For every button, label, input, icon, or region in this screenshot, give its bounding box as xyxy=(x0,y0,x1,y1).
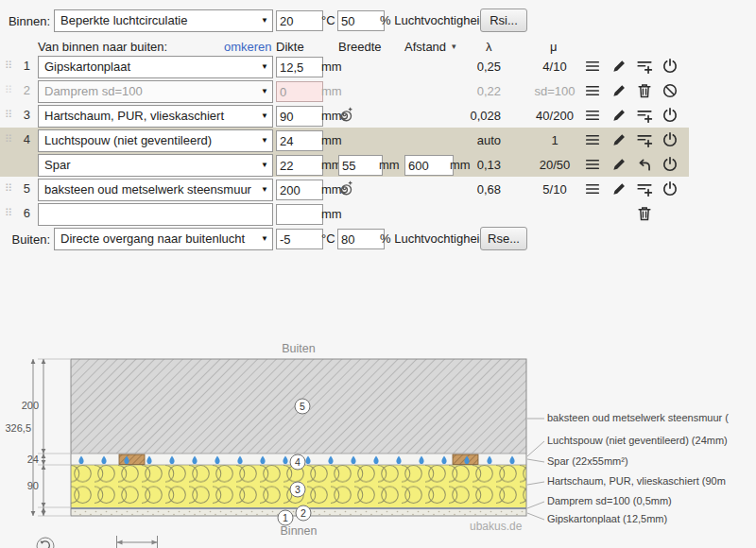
layer-number: 4 xyxy=(13,132,30,146)
edit-icon[interactable] xyxy=(610,180,627,197)
mu-header: μ xyxy=(550,40,558,54)
outdoor-climate-select[interactable]: Directe overgang naar buitenlucht ▼ xyxy=(54,228,273,250)
thickness-input[interactable] xyxy=(276,106,323,127)
layer-row: ⠿ 3 Hartschaum, PUR, vlieskaschiert ▼ mm… xyxy=(0,103,756,128)
edit-icon[interactable] xyxy=(610,156,627,173)
indoor-climate-select[interactable]: Beperkte luchtcirculatie ▼ xyxy=(54,9,273,32)
drag-handle-icon[interactable]: ⠿ xyxy=(5,108,12,121)
diagram-bottom-label: Binnen xyxy=(281,524,318,538)
menu-icon[interactable] xyxy=(584,58,601,75)
layer-number: 3 xyxy=(13,108,30,122)
edit-icon[interactable] xyxy=(610,107,627,124)
reset-view-icon[interactable] xyxy=(37,538,54,548)
unit-label: mm xyxy=(321,84,342,98)
indoor-row: Binnen: Beperkte luchtcirculatie ▼ °C % … xyxy=(0,8,756,34)
layer-number: 6 xyxy=(13,206,30,220)
distance-header[interactable]: Afstand xyxy=(404,40,446,54)
table-header: Van binnen naar buiten: omkeren Dikte Br… xyxy=(0,40,756,55)
power-icon[interactable] xyxy=(662,107,679,124)
reverse-link[interactable]: omkeren xyxy=(224,40,272,54)
undo-icon[interactable] xyxy=(636,156,653,173)
thickness-input[interactable] xyxy=(276,130,323,151)
material-select-value xyxy=(44,206,257,223)
bottom-dimension xyxy=(117,536,158,548)
add-layer-icon[interactable] xyxy=(636,131,653,148)
add-layer-icon[interactable] xyxy=(636,107,653,124)
layer-badge: 3 xyxy=(295,484,301,495)
power-icon[interactable] xyxy=(662,180,679,197)
menu-icon[interactable] xyxy=(584,156,601,173)
drag-handle-icon[interactable]: ⠿ xyxy=(5,181,12,195)
unit-label: mm xyxy=(321,207,342,221)
material-select[interactable]: Damprem sd=100 ▼ xyxy=(38,80,273,103)
spacing-input[interactable] xyxy=(404,155,454,176)
chevron-down-icon: ▼ xyxy=(261,111,268,121)
indoor-label: Binnen: xyxy=(4,14,50,28)
menu-icon[interactable] xyxy=(584,82,601,99)
layer-badge: 2 xyxy=(301,507,306,519)
edit-icon[interactable] xyxy=(610,131,627,148)
material-select[interactable]: Spar ▼ xyxy=(38,154,273,177)
layer-row: ⠿ 1 Gipskartonplaat ▼ mm 0,25 4/10 xyxy=(0,54,756,78)
leader-lines xyxy=(527,419,544,520)
drag-handle-icon[interactable]: ⠿ xyxy=(5,59,12,72)
drag-handle-icon[interactable]: ⠿ xyxy=(5,132,12,146)
delete-icon[interactable] xyxy=(636,82,653,99)
chevron-down-icon: ▼ xyxy=(261,87,268,96)
material-select[interactable]: baksteen oud metselwerk steensmuur ▼ xyxy=(38,179,273,201)
mu-value: 5/10 xyxy=(525,182,584,197)
menu-icon[interactable] xyxy=(584,131,601,148)
add-layer-icon[interactable] xyxy=(636,180,653,197)
layer-badge: 5 xyxy=(300,401,305,412)
diagram-top-label: Buiten xyxy=(282,342,315,355)
lambda-value: auto xyxy=(450,133,501,147)
drag-handle-icon[interactable]: ⠿ xyxy=(5,83,12,96)
material-select-value: baksteen oud metselwerk steensmuur xyxy=(44,181,257,198)
mu-value: 1 xyxy=(525,133,584,147)
edit-icon[interactable] xyxy=(610,58,627,75)
power-icon[interactable] xyxy=(662,58,679,75)
indoor-humidity-input[interactable] xyxy=(337,10,385,31)
menu-icon[interactable] xyxy=(584,107,601,124)
moisture-spiral-icon xyxy=(336,106,353,123)
construction-diagram: Buiten 200 326,5 24 90 5 xyxy=(0,335,756,548)
material-select[interactable]: Gipskartonplaat ▼ xyxy=(38,56,273,78)
dimension-lines xyxy=(31,359,70,516)
thickness-input[interactable] xyxy=(276,204,323,225)
layer-row-empty: ⠿ 6 mm xyxy=(0,201,756,226)
thickness-input[interactable] xyxy=(276,57,323,77)
layer-badge: 4 xyxy=(295,456,301,468)
sort-arrow-icon[interactable]: ▾ xyxy=(452,42,456,51)
spar-block xyxy=(119,454,145,465)
layer-subrow-spar: Spar ▼ mm mm mm 0,13 20/50 xyxy=(0,152,689,177)
material-select[interactable]: Hartschaum, PUR, vlieskaschiert ▼ xyxy=(38,105,273,128)
material-select-value: Spar xyxy=(44,157,257,174)
thickness-input[interactable] xyxy=(276,155,323,176)
chevron-down-icon: ▼ xyxy=(261,16,268,26)
outdoor-humidity-input[interactable] xyxy=(337,229,385,249)
power-icon[interactable] xyxy=(662,131,679,148)
edit-icon[interactable] xyxy=(610,82,627,99)
material-select[interactable] xyxy=(38,203,273,226)
unit-label: mm xyxy=(379,158,400,172)
chevron-down-icon: ▼ xyxy=(261,161,268,170)
drag-handle-icon[interactable]: ⠿ xyxy=(5,206,12,219)
material-select[interactable]: Luchtspouw (niet geventileerd) ▼ xyxy=(38,129,273,152)
lambda-value: 0,028 xyxy=(450,109,501,123)
rsi-button[interactable]: Rsi... xyxy=(480,9,527,32)
material-select-value: Gipskartonplaat xyxy=(44,59,257,76)
ban-icon[interactable] xyxy=(662,82,679,99)
thickness-input[interactable] xyxy=(276,180,323,200)
indoor-temp-input[interactable] xyxy=(276,10,323,31)
dim-insulation: 90 xyxy=(27,480,39,491)
width-input[interactable] xyxy=(338,155,383,176)
add-layer-icon[interactable] xyxy=(636,58,653,75)
layer-label: Spar (22x55mm²) xyxy=(547,455,628,467)
rse-button[interactable]: Rse... xyxy=(480,227,527,250)
outdoor-temp-input[interactable] xyxy=(276,229,323,249)
thickness-input[interactable] xyxy=(276,81,323,102)
delete-icon[interactable] xyxy=(636,205,653,222)
power-icon[interactable] xyxy=(662,156,679,173)
layer-number: 5 xyxy=(13,181,30,196)
menu-icon[interactable] xyxy=(584,180,601,197)
